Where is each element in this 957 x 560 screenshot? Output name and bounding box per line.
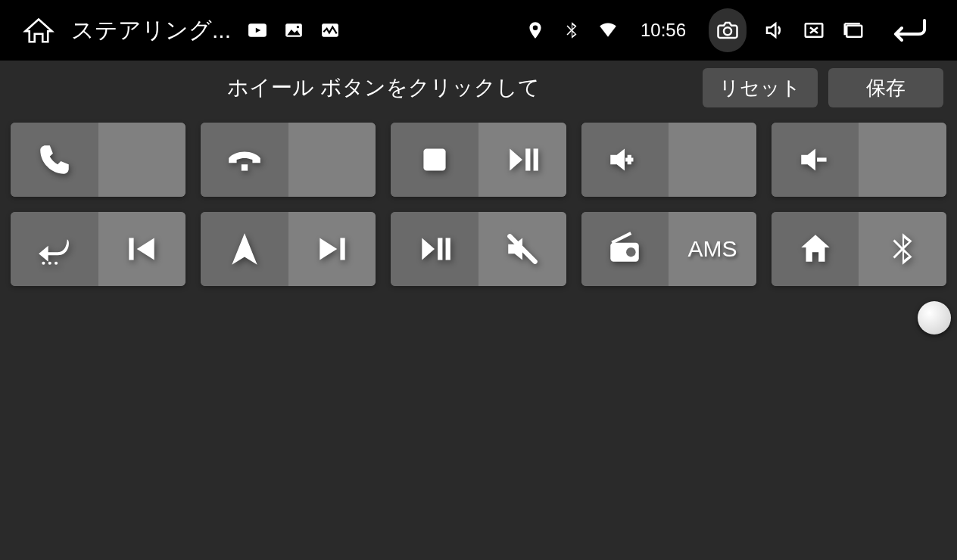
page-title: ホイール ボタンをクリックして (227, 73, 540, 102)
clock: 10:56 (641, 20, 686, 41)
svg-rect-8 (424, 148, 446, 170)
cell-phone[interactable] (11, 123, 185, 197)
svg-point-12 (48, 262, 51, 265)
svg-point-13 (55, 262, 58, 265)
svg-rect-6 (846, 26, 862, 37)
picture-icon[interactable] (284, 20, 304, 40)
cell-playpause-mute[interactable] (391, 212, 566, 286)
play-pause-icon (416, 230, 454, 268)
home-icon[interactable] (23, 17, 55, 44)
recent-apps-icon[interactable] (842, 19, 865, 42)
function-grid-area: AMS (0, 115, 957, 294)
svg-point-11 (42, 262, 45, 265)
mute-icon (503, 230, 541, 268)
volume-icon[interactable] (763, 19, 786, 42)
svg-rect-10 (533, 148, 538, 170)
bluetooth-icon (884, 230, 921, 268)
close-screen-icon[interactable] (803, 19, 825, 42)
cell-vol-down[interactable] (772, 123, 946, 197)
wifi-icon[interactable] (598, 20, 618, 40)
svg-rect-15 (340, 238, 344, 260)
svg-rect-17 (446, 238, 450, 260)
app-title: ステアリング... (71, 15, 231, 46)
screenshot-icon[interactable] (709, 8, 747, 52)
cell-phone-end[interactable] (201, 123, 376, 197)
function-grid: AMS (11, 123, 946, 286)
svg-rect-16 (438, 238, 442, 260)
location-icon[interactable] (525, 20, 545, 40)
svg-rect-14 (129, 238, 134, 260)
play-pause-icon (503, 141, 541, 179)
back-curve-icon (36, 230, 73, 268)
cell-vol-up[interactable] (581, 123, 756, 197)
svg-point-19 (626, 247, 636, 257)
cell-stop-playpause[interactable] (391, 123, 566, 197)
youtube-icon[interactable] (248, 20, 267, 40)
radio-icon (606, 230, 644, 268)
back-icon[interactable] (881, 19, 934, 42)
svg-rect-9 (525, 148, 530, 170)
ams-label: AMS (687, 236, 737, 262)
vol-up-icon (606, 141, 644, 179)
bluetooth-status-icon[interactable] (562, 20, 581, 40)
floating-assistive-button[interactable] (918, 301, 951, 334)
cell-nav-next[interactable] (201, 212, 376, 286)
vol-down-icon (796, 141, 834, 179)
svg-point-2 (297, 26, 299, 28)
home-fill-icon (796, 230, 834, 268)
sub-header: ホイール ボタンをクリックして リセット 保存 (0, 61, 957, 115)
status-bar: ステアリング... 10:56 (0, 0, 957, 61)
save-button[interactable]: 保存 (828, 68, 943, 107)
reset-button[interactable]: リセット (703, 68, 818, 107)
activity-icon[interactable] (320, 20, 340, 40)
phone-icon (36, 141, 73, 179)
prev-track-icon (123, 230, 161, 268)
cell-radio-ams[interactable]: AMS (581, 212, 756, 286)
svg-rect-7 (242, 164, 248, 170)
stop-icon (416, 141, 454, 179)
navigate-icon (226, 230, 263, 268)
phone-end-icon (226, 141, 263, 179)
next-track-icon (313, 230, 351, 268)
cell-back-prev[interactable] (11, 212, 185, 286)
cell-home-bt[interactable] (772, 212, 946, 286)
svg-point-4 (724, 27, 731, 35)
